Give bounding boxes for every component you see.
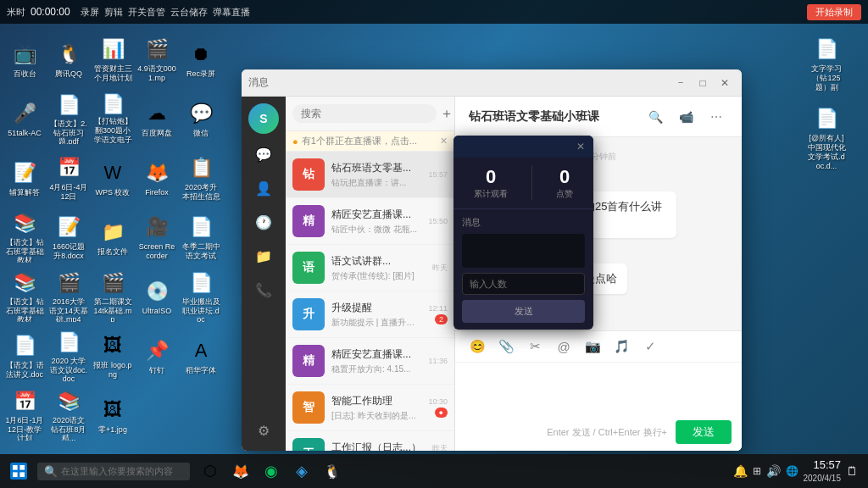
desktop-icon-1[interactable]: 🐧 腾讯QQ xyxy=(47,30,90,88)
chat-time-3: 12:11 xyxy=(428,304,448,313)
desktop-icon-20[interactable]: 📚 【语文】钻石班零基础教材 xyxy=(3,268,46,325)
desktop-icon-23[interactable]: 💿 UltraISO xyxy=(136,268,178,325)
desktop-icon-6[interactable]: 📄 【语文】2.钻石班习题.pdf xyxy=(47,90,90,147)
close-button[interactable]: ✕ xyxy=(715,73,735,93)
desktop-icon-right-1[interactable]: 📄 文字学习（钻125题）副 xyxy=(805,32,848,95)
taskbar-speaker-icon[interactable]: 🔊 xyxy=(766,464,781,478)
chat-avatar-3: 升 xyxy=(292,298,325,330)
chat-add-button[interactable]: ＋ xyxy=(440,103,453,124)
desktop-icon-31[interactable]: 📚 2020语文钻石班8月精... xyxy=(47,386,90,444)
chat-more-icon[interactable]: ⋯ xyxy=(704,105,728,129)
sidebar-settings-icon[interactable]: ⚙ xyxy=(250,417,277,444)
window-title-bar-text: 消息 xyxy=(248,75,269,90)
desktop-icon-3[interactable]: 🎬 4.9语文0001.mp xyxy=(136,30,178,88)
desktop-icon-24[interactable]: 📄 毕业搬出及职业讲坛.doc xyxy=(180,268,222,325)
input-toolbar: 😊 📎 ✂ @ 📷 🎵 ✓ xyxy=(455,331,742,363)
attach-button[interactable]: 📎 xyxy=(494,335,518,358)
notification-center-icon[interactable]: 🗒 xyxy=(846,464,858,478)
desktop-icon-21[interactable]: 🎬 2016大学语文14天基础.mp4 xyxy=(47,268,90,325)
chat-list: 钻 钻石班语文零基... 钻玩把直播课：讲... 15:57 精 精匠安艺直播课… xyxy=(286,152,454,451)
chat-preview-0: 钻玩把直播课：讲... xyxy=(331,177,421,189)
desktop-icon-13[interactable]: 🦊 Firefox xyxy=(136,149,178,207)
chat-item-0[interactable]: 钻 钻石班语文零基... 钻玩把直播课：讲... 15:57 xyxy=(286,152,454,198)
taskbar-notification-icon[interactable]: 🔔 xyxy=(733,464,748,478)
desktop-icon-15[interactable]: 📚 【语文】钻石班零基础教材 xyxy=(3,208,46,266)
notif-close-button[interactable]: ✕ xyxy=(440,136,448,147)
record-button[interactable]: 开始录制 xyxy=(807,4,861,20)
desktop-icon-17[interactable]: 📁 报名文件 xyxy=(92,208,134,266)
chat-meta-1: 15:50 xyxy=(428,217,448,225)
desktop-icon-12[interactable]: W WPS 校改 xyxy=(92,149,134,207)
desktop-icon-25[interactable]: 📄 【语文】语法讲义.doc xyxy=(3,327,46,385)
sidebar-history-icon[interactable]: 🕐 xyxy=(250,208,277,236)
maximize-button[interactable]: □ xyxy=(693,73,713,93)
sidebar-phone-icon[interactable]: 📞 xyxy=(250,276,277,303)
desktop-icon-30[interactable]: 📅 1月6日-1月12日-教学计划 xyxy=(3,386,46,444)
desktop-icon-right-2[interactable]: 📄 [@所有人] 中国现代化文学考试.doc.d... xyxy=(805,102,848,174)
taskbar-bottom: 🔍 ⬡ 🦊 ◉ ◈ 🐧 🔔 ⊞ 🔊 🌐 15:57 2020/4/15 🗒 xyxy=(0,454,868,488)
taskbar-app-qq[interactable]: 🐧 xyxy=(319,458,346,485)
taskbar-app-firefox[interactable]: 🦊 xyxy=(227,458,254,485)
taskbar-network-icon[interactable]: ⊞ xyxy=(753,465,761,477)
check-button[interactable]: ✓ xyxy=(638,335,662,358)
start-button[interactable] xyxy=(10,463,27,480)
chat-header-icons: 🔍 📹 ⋯ xyxy=(643,105,728,129)
desktop-icon-14[interactable]: 📋 2020考升本招生信息 xyxy=(180,149,222,207)
popup-send-button[interactable]: 发送 xyxy=(462,300,585,323)
chat-video-icon[interactable]: 📹 xyxy=(674,105,698,129)
chat-item-3[interactable]: 升 升级提醒 新功能提示 | 直播升级 | 更多... 12:11 2 xyxy=(286,291,454,338)
send-button[interactable]: 发送 xyxy=(676,420,732,444)
taskbar-app-wechat[interactable]: ◉ xyxy=(258,458,285,485)
chat-info-0: 钻石班语文零基... 钻玩把直播课：讲... xyxy=(331,161,421,189)
chat-item-5[interactable]: 智 智能工作助理 [日志]: 昨天收到的是... 10:30 ● xyxy=(286,385,454,431)
system-clock[interactable]: 15:57 2020/4/15 xyxy=(804,458,842,484)
camera-button[interactable]: 📷 xyxy=(581,335,604,358)
desktop-icon-22[interactable]: 🎬 第二期课文14tk基础.mp xyxy=(92,268,134,325)
minimize-button[interactable]: － xyxy=(670,73,691,93)
sidebar-contacts-icon[interactable]: 👤 xyxy=(250,175,277,202)
desktop-icon-27[interactable]: 🖼 报班 logo.png xyxy=(92,327,134,385)
chat-info-1: 精匠安艺直播课... 钻匠中伙：微微 花瓶... xyxy=(331,208,421,236)
desktop-icon-19[interactable]: 📄 冬季二期中语文考试 xyxy=(180,208,222,266)
desktop-icon-18[interactable]: 🎥 Screen Recorder xyxy=(136,208,178,266)
desktop-icon-8[interactable]: ☁ 百度网盘 xyxy=(136,90,178,147)
scissors-button[interactable]: ✂ xyxy=(523,335,547,358)
sidebar-folder-icon[interactable]: 📁 xyxy=(250,242,277,269)
svg-rect-3 xyxy=(19,472,25,477)
desktop-icon-5[interactable]: 🎤 51talk-AC xyxy=(3,90,46,147)
desktop-icon-10[interactable]: 📝 辅算解答 xyxy=(3,149,46,207)
desktop-icon-4[interactable]: ⏺ Rec录屏 xyxy=(180,30,222,88)
desktop-icon-32[interactable]: 🖼 零+1.jpg xyxy=(92,386,134,444)
sidebar-chat-icon[interactable]: 💬 xyxy=(250,141,277,168)
desktop-icon-16[interactable]: 📝 1660记题升8.docx xyxy=(47,208,90,266)
chat-item-6[interactable]: 工 工作汇报（日志...） [日志]路海洋的教学班 昨天 11 xyxy=(286,431,454,451)
desktop-icon-28[interactable]: 📌 钉钉 xyxy=(136,327,178,385)
chat-info-5: 智能工作助理 [日志]: 昨天收到的是... xyxy=(331,394,421,422)
chat-item-1[interactable]: 精 精匠安艺直播课... 钻匠中伙：微微 花瓶... 15:50 xyxy=(286,198,454,245)
popup-input[interactable] xyxy=(462,273,585,295)
desktop-icon-7[interactable]: 📄 【打钻炮】翻300题小学语文电子版.pdf xyxy=(92,90,134,147)
desktop-icon-0[interactable]: 📺 百收台 xyxy=(3,30,46,88)
desktop-icon-2[interactable]: 📊 管资财主三个月地计划 xyxy=(92,30,134,88)
taskbar-search-input[interactable] xyxy=(61,466,180,476)
message-input[interactable] xyxy=(455,363,742,413)
popup-close-button[interactable]: ✕ xyxy=(573,139,588,154)
desktop-icon-11[interactable]: 📅 4月6日-4月12日 xyxy=(47,149,90,207)
desktop-icon-9[interactable]: 💬 微信 xyxy=(180,90,222,147)
user-avatar[interactable]: S xyxy=(248,103,279,134)
taskbar-app-cortana[interactable]: ⬡ xyxy=(197,458,224,485)
desktop-icon-26[interactable]: 📄 2020 大学语文议doc.doc xyxy=(47,327,90,385)
chat-item-4[interactable]: 精 精匠安艺直播课... 稳置开放方向: 4.15... 11:36 xyxy=(286,338,454,385)
chat-search-header-icon[interactable]: 🔍 xyxy=(643,105,667,129)
desktop-icon-grid: 📺 百收台 🐧 腾讯QQ 📊 管资财主三个月地计划 🎬 4.9语文0001.mp… xyxy=(0,27,229,451)
taskbar-app-blue[interactable]: ◈ xyxy=(288,458,315,485)
taskbar-top-left: 米时 00:00:00 录屏 剪辑 开关音管 云台储存 弹幕直播 xyxy=(7,6,250,19)
music-button[interactable]: 🎵 xyxy=(609,335,633,358)
chat-item-2[interactable]: 语 语文试讲群... 贺传承(世传统): [图片] 昨天 xyxy=(286,245,454,291)
chat-search-input[interactable] xyxy=(292,104,437,123)
at-button[interactable]: @ xyxy=(552,335,576,358)
desktop-icon-29[interactable]: A 稻华字体 xyxy=(180,327,222,385)
popup-stats: 0 累计观看 0 点赞 xyxy=(453,158,593,209)
emoji-button[interactable]: 😊 xyxy=(465,335,489,358)
chat-meta-2: 昨天 xyxy=(432,263,448,274)
